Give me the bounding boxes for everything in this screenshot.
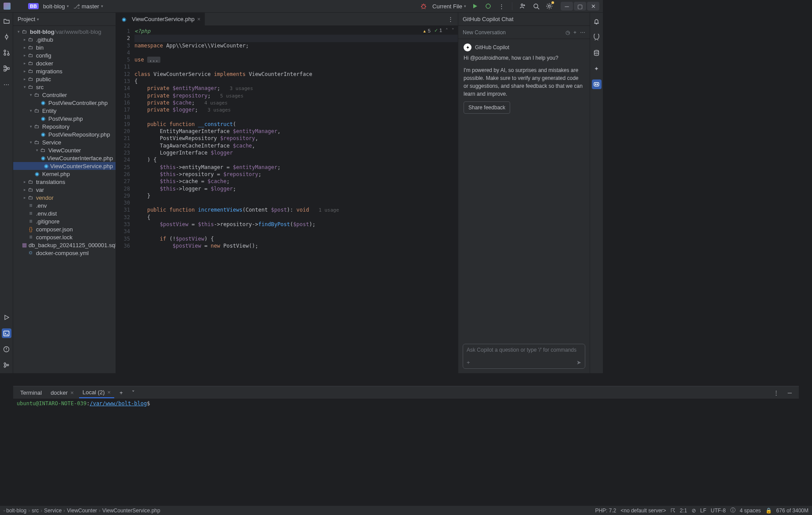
svg-point-15	[4, 366, 6, 367]
project-tree[interactable]: ▾🗀bolt-blog /var/www/bolt-blog▸🗀.github▸…	[13, 26, 116, 373]
debug-icon[interactable]	[419, 2, 428, 11]
close-tab-icon[interactable]: ×	[197, 16, 201, 22]
project-name: bolt-blog	[43, 3, 65, 10]
branch-icon: ⎇	[73, 3, 80, 10]
tree-node[interactable]: ▦db_backup_20241125_000001.sql	[13, 241, 116, 249]
php-file-icon: ◉	[120, 16, 127, 23]
tree-node[interactable]: ▸🗀public	[13, 75, 116, 83]
maximize-button[interactable]: ▢	[574, 2, 586, 11]
line-gutter[interactable]: 1234511121314151617181920212223242526272…	[116, 26, 133, 373]
right-toolbar: ✦	[590, 13, 603, 373]
tree-node[interactable]: ◉ViewCounterInterface.php	[13, 154, 116, 162]
problems-tool-icon[interactable]	[2, 344, 11, 354]
tree-node[interactable]: ▸🗀translations	[13, 178, 116, 186]
svg-point-8	[7, 54, 9, 55]
tree-node[interactable]: ▾🗀Repository	[13, 122, 116, 130]
tree-node[interactable]: ▾🗀src	[13, 83, 116, 91]
tab-viewcounterservice[interactable]: ◉ ViewCounterService.php ×	[116, 13, 205, 25]
new-conversation-label[interactable]: New Conversation	[463, 29, 506, 36]
run-config-dropdown[interactable]: Current File ▾	[432, 3, 466, 10]
greeting-pre: Hi	[464, 55, 470, 61]
search-icon[interactable]	[532, 2, 540, 11]
attach-icon[interactable]: +	[467, 359, 470, 366]
divider	[512, 2, 512, 10]
project-panel-title: Project	[18, 16, 35, 22]
tree-node[interactable]: ◉PostViewRepository.php	[13, 130, 116, 138]
main-menu-button[interactable]	[15, 2, 24, 11]
inspections-widget[interactable]: 5 1 ˄ ˅	[423, 28, 454, 33]
close-button[interactable]: ✕	[587, 2, 599, 11]
svg-point-1	[486, 4, 490, 8]
editor-tabs: ◉ ViewCounterService.php × ⋮	[116, 13, 458, 26]
tree-node[interactable]: ◉PostViewController.php	[13, 99, 116, 107]
terminal-tool-icon[interactable]	[2, 328, 11, 338]
share-feedback-button[interactable]: Share feedback	[464, 101, 510, 114]
branch-dropdown[interactable]: ⎇ master ▾	[73, 3, 103, 10]
svg-point-19	[595, 84, 596, 85]
greeting-post: , how can I help you?	[508, 55, 558, 61]
tree-node[interactable]: ▾🗀ViewCounter	[13, 146, 116, 154]
send-icon[interactable]: ➤	[576, 359, 581, 366]
code-with-me-icon[interactable]	[518, 2, 527, 11]
vcs-tool-icon[interactable]	[2, 360, 11, 370]
more-icon[interactable]: ⋯	[580, 29, 585, 36]
settings-icon[interactable]	[545, 2, 554, 11]
code-area[interactable]: <?php namespace App\\Service\\ViewCounte…	[133, 26, 458, 373]
run-tool-icon[interactable]	[2, 313, 11, 322]
tree-root[interactable]: ▾🗀bolt-blog /var/www/bolt-blog	[13, 28, 116, 36]
tree-node[interactable]: ▸🗀vendor	[13, 194, 116, 202]
more-tools-icon[interactable]: ⋯	[2, 79, 11, 89]
run-config-label: Current File	[432, 3, 462, 10]
run-debug-button[interactable]	[484, 2, 493, 11]
minimize-button[interactable]: ─	[561, 2, 573, 11]
chevron-down-icon: ▾	[464, 4, 466, 8]
add-icon[interactable]: +	[573, 29, 576, 36]
ai-assistant-icon[interactable]	[592, 32, 602, 42]
chevron-up-icon[interactable]: ˄	[446, 28, 448, 33]
svg-rect-9	[4, 66, 6, 68]
copilot-chat-tool-icon[interactable]	[592, 79, 602, 89]
tree-node[interactable]: ≡composer.lock	[13, 233, 116, 241]
tree-node[interactable]: ▾🗀Controller	[13, 91, 116, 99]
copilot-tool-icon[interactable]: ✦	[592, 64, 602, 73]
chevron-down-icon[interactable]: ▾	[37, 17, 39, 22]
project-badge: BB	[28, 3, 39, 9]
pull-requests-icon[interactable]	[2, 48, 11, 58]
copilot-input[interactable]: Ask Copilot a question or type '/' for c…	[463, 344, 585, 369]
structure-tool-icon[interactable]	[2, 64, 11, 73]
database-icon[interactable]	[592, 48, 602, 58]
tree-node[interactable]: ▾🗀Entity	[13, 107, 116, 115]
tree-node[interactable]: ≡.env.dist	[13, 209, 116, 217]
tree-node[interactable]: ◉Kernel.php	[13, 170, 116, 178]
tabs-more-icon[interactable]: ⋮	[443, 13, 458, 25]
chevron-down-icon[interactable]: ˅	[452, 28, 454, 33]
project-tool-icon[interactable]	[2, 16, 11, 26]
history-icon[interactable]: ◷	[566, 29, 570, 36]
tree-node[interactable]: ◉PostView.php	[13, 115, 116, 122]
project-panel: Project ▾ ▾🗀bolt-blog /var/www/bolt-blog…	[13, 13, 116, 373]
tree-node[interactable]: ▸🗀bin	[13, 43, 116, 51]
warnings-count: 5	[423, 28, 431, 33]
run-button[interactable]	[471, 2, 479, 11]
branch-name: master	[82, 3, 99, 10]
tree-node[interactable]: ≡.gitignore	[13, 217, 116, 225]
tree-node[interactable]: {}composer.json	[13, 225, 116, 233]
project-panel-header: Project ▾	[13, 13, 116, 26]
tree-node[interactable]: ▾🗀Service	[13, 138, 116, 146]
tree-node[interactable]: ⛭docker-compose.yml	[13, 249, 116, 257]
tree-node[interactable]: ◉ViewCounterService.php	[13, 162, 116, 170]
tree-node[interactable]: ▸🗀.github	[13, 36, 116, 43]
tree-node[interactable]: ≡.env	[13, 202, 116, 209]
tree-node[interactable]: ▸🗀migrations	[13, 67, 116, 75]
svg-point-20	[597, 84, 598, 85]
more-button[interactable]: ⋮	[497, 2, 506, 11]
tree-node[interactable]: ▸🗀docker	[13, 59, 116, 67]
svg-point-6	[4, 50, 6, 52]
copilot-placeholder: Ask Copilot a question or type '/' for c…	[467, 347, 581, 355]
tab-label: ViewCounterService.php	[132, 16, 195, 22]
notifications-icon[interactable]	[592, 16, 602, 26]
project-dropdown[interactable]: bolt-blog ▾	[43, 3, 69, 10]
tree-node[interactable]: ▸🗀config	[13, 51, 116, 59]
commit-tool-icon[interactable]	[2, 32, 11, 42]
tree-node[interactable]: ▸🗀var	[13, 186, 116, 194]
